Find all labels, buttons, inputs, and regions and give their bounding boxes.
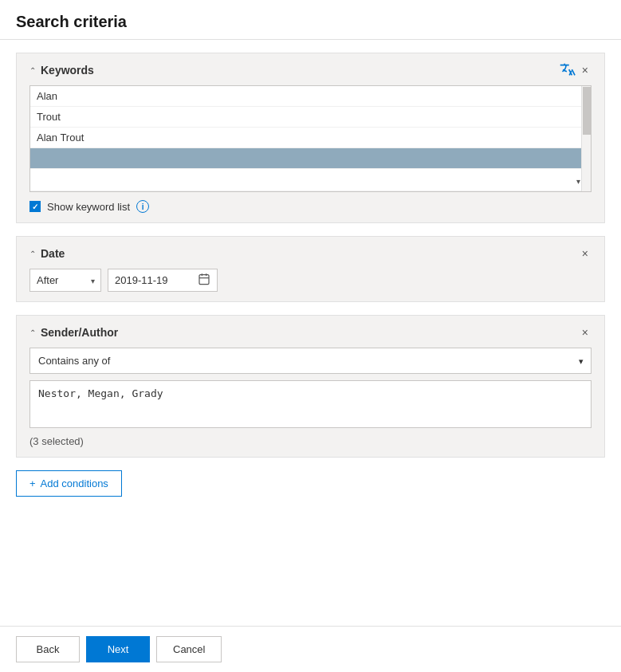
show-keyword-info-icon[interactable]: i	[136, 200, 149, 213]
date-title-group: ⌃ Date	[29, 247, 65, 260]
show-keyword-list-checkbox[interactable]	[29, 201, 41, 212]
date-operator-wrapper: After Before Between	[29, 269, 101, 292]
keyword-row-highlighted[interactable]	[30, 148, 581, 169]
date-row: After Before Between	[29, 269, 592, 292]
back-button[interactable]: Back	[16, 636, 80, 662]
keywords-section-header: ⌃ Keywords ×	[29, 63, 592, 77]
keywords-section-title: Keywords	[41, 64, 94, 77]
sender-textarea[interactable]: Nestor, Megan, Grady	[29, 380, 592, 428]
date-chevron-icon[interactable]: ⌃	[29, 250, 36, 258]
sender-chevron-icon[interactable]: ⌃	[29, 328, 36, 337]
sender-section: ⌃ Sender/Author × Contains any of Contai…	[16, 315, 605, 458]
add-conditions-button[interactable]: + Add conditions	[16, 470, 122, 497]
calendar-icon[interactable]	[198, 273, 210, 288]
keyword-row[interactable]	[30, 169, 581, 191]
sender-title-group: ⌃ Sender/Author	[29, 326, 118, 339]
next-button[interactable]: Next	[86, 636, 150, 662]
date-section: ⌃ Date × After Before Between	[16, 236, 605, 302]
keyword-row[interactable]: Alan Trout	[30, 128, 581, 148]
sender-section-header: ⌃ Sender/Author ×	[29, 325, 592, 340]
keyword-row[interactable]: Trout	[30, 107, 581, 128]
sender-close-button[interactable]: ×	[579, 325, 592, 340]
keywords-scrollbar[interactable]	[581, 86, 591, 191]
date-input-wrapper	[108, 269, 218, 292]
keywords-list: Alan Trout Alan Trout	[29, 85, 592, 192]
add-conditions-plus-icon: +	[29, 477, 36, 489]
keywords-title-group: ⌃ Keywords	[29, 64, 94, 77]
date-operator-select[interactable]: After Before Between	[29, 269, 101, 292]
sender-section-title: Sender/Author	[41, 326, 118, 339]
show-keyword-label: Show keyword list	[47, 201, 130, 213]
date-section-header: ⌃ Date ×	[29, 246, 592, 261]
date-input-field[interactable]	[115, 274, 195, 286]
date-close-button[interactable]: ×	[579, 246, 592, 261]
cancel-button[interactable]: Cancel	[156, 636, 222, 662]
keywords-close-button[interactable]: ×	[579, 63, 592, 77]
keywords-section: ⌃ Keywords × Alan Trout Alan Trout ▾	[16, 53, 605, 223]
translate-icon[interactable]	[558, 61, 576, 83]
show-keyword-row: Show keyword list i	[29, 200, 592, 213]
keywords-scrollbar-thumb	[583, 87, 591, 135]
keywords-dropdown-arrow-icon[interactable]: ▾	[576, 177, 580, 186]
sender-operator-select[interactable]: Contains any of Contains all of Does not…	[29, 348, 592, 374]
footer: Back Next Cancel	[0, 626, 621, 672]
sender-selected-count: (3 selected)	[29, 435, 592, 447]
svg-rect-0	[199, 275, 209, 285]
sender-operator-wrapper: Contains any of Contains all of Does not…	[29, 348, 592, 374]
keyword-row[interactable]: Alan	[30, 86, 581, 107]
keywords-chevron-icon[interactable]: ⌃	[29, 66, 36, 75]
add-conditions-label: Add conditions	[41, 477, 108, 489]
page-title: Search criteria	[16, 13, 605, 31]
date-section-title: Date	[41, 247, 65, 260]
